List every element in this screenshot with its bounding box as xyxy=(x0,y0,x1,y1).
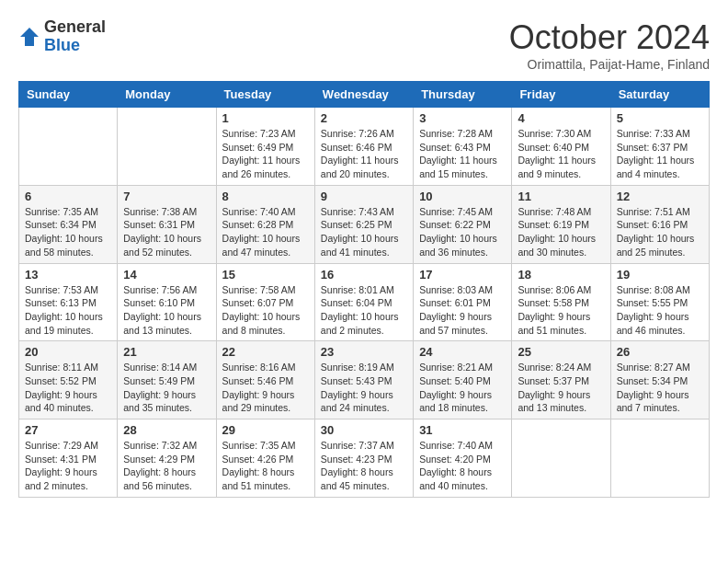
logo-blue: Blue xyxy=(44,37,106,55)
calendar-cell: 4Sunrise: 7:30 AM Sunset: 6:40 PM Daylig… xyxy=(512,108,610,186)
location-subtitle: Orimattila, Paijat-Hame, Finland xyxy=(509,57,710,72)
day-number: 30 xyxy=(321,423,407,437)
day-number: 4 xyxy=(518,111,604,125)
day-info: Sunrise: 7:43 AM Sunset: 6:25 PM Dayligh… xyxy=(321,205,407,259)
day-info: Sunrise: 7:30 AM Sunset: 6:40 PM Dayligh… xyxy=(518,127,604,181)
day-number: 12 xyxy=(617,190,703,203)
day-info: Sunrise: 8:01 AM Sunset: 6:04 PM Dayligh… xyxy=(321,283,407,338)
day-number: 25 xyxy=(518,345,604,359)
day-number: 24 xyxy=(419,345,506,359)
day-number: 19 xyxy=(617,268,703,282)
day-number: 23 xyxy=(321,345,407,359)
day-number: 28 xyxy=(123,423,210,437)
day-number: 21 xyxy=(123,345,210,359)
day-info: Sunrise: 8:11 AM Sunset: 5:52 PM Dayligh… xyxy=(25,361,111,415)
day-number: 20 xyxy=(25,345,111,359)
day-info: Sunrise: 7:40 AM Sunset: 4:20 PM Dayligh… xyxy=(419,439,506,493)
day-number: 22 xyxy=(222,345,309,359)
day-info: Sunrise: 7:53 AM Sunset: 6:13 PM Dayligh… xyxy=(25,283,111,338)
day-info: Sunrise: 8:06 AM Sunset: 5:58 PM Dayligh… xyxy=(518,283,604,338)
svg-marker-0 xyxy=(20,28,39,46)
day-info: Sunrise: 8:14 AM Sunset: 5:49 PM Dayligh… xyxy=(123,361,210,415)
calendar-cell: 3Sunrise: 7:28 AM Sunset: 6:43 PM Daylig… xyxy=(414,108,512,186)
calendar-week-row: 13Sunrise: 7:53 AM Sunset: 6:13 PM Dayli… xyxy=(19,263,710,341)
calendar-cell: 26Sunrise: 8:27 AM Sunset: 5:34 PM Dayli… xyxy=(610,341,709,419)
header-monday: Monday xyxy=(118,82,216,108)
day-info: Sunrise: 7:37 AM Sunset: 4:23 PM Dayligh… xyxy=(321,439,407,493)
calendar-cell: 19Sunrise: 8:08 AM Sunset: 5:55 PM Dayli… xyxy=(610,263,709,341)
calendar-cell: 28Sunrise: 7:32 AM Sunset: 4:29 PM Dayli… xyxy=(118,419,216,498)
header-friday: Friday xyxy=(512,82,610,108)
header-tuesday: Tuesday xyxy=(216,82,314,108)
day-info: Sunrise: 7:48 AM Sunset: 6:19 PM Dayligh… xyxy=(518,205,604,259)
day-info: Sunrise: 7:35 AM Sunset: 4:26 PM Dayligh… xyxy=(222,439,309,493)
header-thursday: Thursday xyxy=(414,82,512,108)
day-info: Sunrise: 7:29 AM Sunset: 4:31 PM Dayligh… xyxy=(25,439,111,493)
day-info: Sunrise: 7:33 AM Sunset: 6:37 PM Dayligh… xyxy=(617,127,703,181)
calendar-cell: 25Sunrise: 8:24 AM Sunset: 5:37 PM Dayli… xyxy=(512,341,610,419)
day-number: 1 xyxy=(222,111,309,125)
day-number: 11 xyxy=(518,190,604,203)
calendar-cell: 11Sunrise: 7:48 AM Sunset: 6:19 PM Dayli… xyxy=(512,185,610,263)
title-block: October 2024 Orimattila, Paijat-Hame, Fi… xyxy=(509,18,710,72)
month-title: October 2024 xyxy=(509,18,710,57)
calendar-cell: 31Sunrise: 7:40 AM Sunset: 4:20 PM Dayli… xyxy=(414,419,512,498)
day-number: 18 xyxy=(518,268,604,282)
day-number: 16 xyxy=(321,268,407,282)
calendar-cell: 15Sunrise: 7:58 AM Sunset: 6:07 PM Dayli… xyxy=(216,263,314,341)
day-info: Sunrise: 8:08 AM Sunset: 5:55 PM Dayligh… xyxy=(617,283,703,338)
day-number: 10 xyxy=(419,190,506,203)
header-sunday: Sunday xyxy=(19,82,118,108)
calendar-cell: 5Sunrise: 7:33 AM Sunset: 6:37 PM Daylig… xyxy=(610,108,709,186)
calendar-cell: 9Sunrise: 7:43 AM Sunset: 6:25 PM Daylig… xyxy=(314,185,413,263)
calendar-cell: 30Sunrise: 7:37 AM Sunset: 4:23 PM Dayli… xyxy=(314,419,413,498)
day-info: Sunrise: 7:40 AM Sunset: 6:28 PM Dayligh… xyxy=(222,205,309,259)
calendar-cell: 27Sunrise: 7:29 AM Sunset: 4:31 PM Dayli… xyxy=(19,419,118,498)
page-header: General Blue October 2024 Orimattila, Pa… xyxy=(18,18,710,72)
day-info: Sunrise: 7:35 AM Sunset: 6:34 PM Dayligh… xyxy=(25,205,111,259)
day-info: Sunrise: 7:51 AM Sunset: 6:16 PM Dayligh… xyxy=(617,205,703,259)
day-number: 2 xyxy=(321,111,407,125)
day-info: Sunrise: 7:56 AM Sunset: 6:10 PM Dayligh… xyxy=(123,283,210,338)
calendar-cell: 20Sunrise: 8:11 AM Sunset: 5:52 PM Dayli… xyxy=(19,341,118,419)
calendar-cell: 7Sunrise: 7:38 AM Sunset: 6:31 PM Daylig… xyxy=(118,185,216,263)
day-info: Sunrise: 8:24 AM Sunset: 5:37 PM Dayligh… xyxy=(518,361,604,415)
calendar-cell xyxy=(610,419,709,498)
calendar-week-row: 27Sunrise: 7:29 AM Sunset: 4:31 PM Dayli… xyxy=(19,419,710,498)
calendar-week-row: 6Sunrise: 7:35 AM Sunset: 6:34 PM Daylig… xyxy=(19,185,710,263)
day-number: 14 xyxy=(123,268,210,282)
day-number: 9 xyxy=(321,190,407,203)
day-info: Sunrise: 8:27 AM Sunset: 5:34 PM Dayligh… xyxy=(617,361,703,415)
day-number: 13 xyxy=(25,268,111,282)
day-number: 3 xyxy=(419,111,506,125)
calendar-cell: 14Sunrise: 7:56 AM Sunset: 6:10 PM Dayli… xyxy=(118,263,216,341)
day-info: Sunrise: 7:32 AM Sunset: 4:29 PM Dayligh… xyxy=(123,439,210,493)
calendar-header-row: SundayMondayTuesdayWednesdayThursdayFrid… xyxy=(19,82,710,108)
day-info: Sunrise: 7:23 AM Sunset: 6:49 PM Dayligh… xyxy=(222,127,309,181)
calendar-week-row: 1Sunrise: 7:23 AM Sunset: 6:49 PM Daylig… xyxy=(19,108,710,186)
day-number: 31 xyxy=(419,423,506,437)
calendar-cell: 22Sunrise: 8:16 AM Sunset: 5:46 PM Dayli… xyxy=(216,341,314,419)
header-saturday: Saturday xyxy=(610,82,709,108)
logo-general: General xyxy=(44,18,106,37)
day-info: Sunrise: 8:03 AM Sunset: 6:01 PM Dayligh… xyxy=(419,283,506,338)
calendar-cell: 24Sunrise: 8:21 AM Sunset: 5:40 PM Dayli… xyxy=(414,341,512,419)
day-info: Sunrise: 7:45 AM Sunset: 6:22 PM Dayligh… xyxy=(419,205,506,259)
logo-text: General Blue xyxy=(44,18,106,55)
logo-icon xyxy=(18,26,40,48)
calendar-cell: 21Sunrise: 8:14 AM Sunset: 5:49 PM Dayli… xyxy=(118,341,216,419)
calendar-cell: 1Sunrise: 7:23 AM Sunset: 6:49 PM Daylig… xyxy=(216,108,314,186)
calendar-cell: 6Sunrise: 7:35 AM Sunset: 6:34 PM Daylig… xyxy=(19,185,118,263)
calendar-cell: 8Sunrise: 7:40 AM Sunset: 6:28 PM Daylig… xyxy=(216,185,314,263)
calendar-cell: 13Sunrise: 7:53 AM Sunset: 6:13 PM Dayli… xyxy=(19,263,118,341)
header-wednesday: Wednesday xyxy=(314,82,413,108)
calendar-cell xyxy=(512,419,610,498)
day-number: 26 xyxy=(617,345,703,359)
calendar-cell: 23Sunrise: 8:19 AM Sunset: 5:43 PM Dayli… xyxy=(314,341,413,419)
day-number: 7 xyxy=(123,190,210,203)
calendar-cell: 18Sunrise: 8:06 AM Sunset: 5:58 PM Dayli… xyxy=(512,263,610,341)
day-number: 6 xyxy=(25,190,111,203)
calendar-cell xyxy=(118,108,216,186)
day-info: Sunrise: 7:28 AM Sunset: 6:43 PM Dayligh… xyxy=(419,127,506,181)
calendar-cell: 2Sunrise: 7:26 AM Sunset: 6:46 PM Daylig… xyxy=(314,108,413,186)
